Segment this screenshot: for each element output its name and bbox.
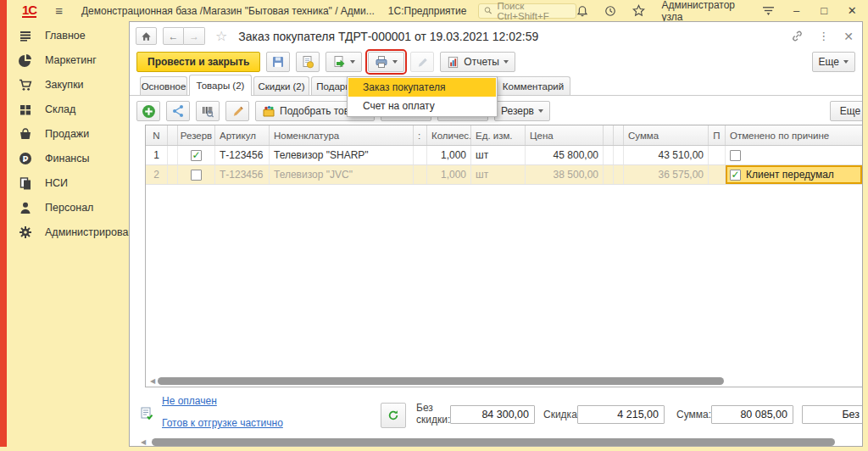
add-to-favorites-icon[interactable]: ☆ — [215, 28, 227, 44]
barcode-scan-button[interactable] — [196, 101, 220, 121]
cell-article[interactable]: Т-123456 — [215, 165, 270, 184]
sidebar-item-administrirovanie[interactable]: Администрирование — [7, 220, 129, 244]
cell-reserve[interactable] — [178, 146, 215, 164]
cell-cancel-reason-selected[interactable]: Клиент передумал — [726, 165, 862, 184]
sidebar-item-prodazhi[interactable]: Продажи — [7, 121, 129, 146]
without-discount-field[interactable]: 84 300,00 — [450, 405, 535, 424]
add-row-button[interactable] — [136, 101, 160, 121]
post-document-button[interactable] — [296, 52, 320, 72]
col-header-sum[interactable]: Сумма — [624, 125, 709, 145]
forward-button[interactable]: → — [184, 27, 205, 45]
sidebar-item-glavnoe[interactable]: Главное — [7, 23, 129, 47]
cell-p[interactable] — [709, 146, 726, 164]
col-header-p[interactable]: П — [709, 125, 726, 145]
cancel-checkbox-unchecked[interactable] — [730, 150, 741, 161]
cell-price[interactable]: 38 500,00 — [526, 165, 604, 184]
cell-blank[interactable] — [614, 165, 624, 184]
col-header-blank3[interactable] — [614, 125, 624, 145]
table-horizontal-scrollbar[interactable]: ◀ — [147, 376, 860, 386]
reserve-checkbox-unchecked[interactable] — [191, 170, 202, 181]
col-header-cancelled[interactable]: Отменено по причине — [726, 125, 862, 145]
favorites-star-icon[interactable] — [632, 4, 645, 18]
cell-qty[interactable]: 1,000 — [427, 146, 471, 164]
close-window-button[interactable]: ✕ — [846, 4, 858, 17]
main-menu-icon[interactable]: ≡ — [55, 3, 63, 18]
menu-item-schet-na-oplatu[interactable]: Счет на оплату — [348, 97, 496, 115]
cell-blank[interactable] — [604, 165, 614, 184]
cell-char[interactable] — [414, 165, 427, 184]
sidebar-item-nsi[interactable]: НСИ — [7, 170, 129, 195]
cell-nomenclature[interactable]: Телевизор "SHARP" — [270, 146, 414, 164]
col-header-num[interactable]: N — [146, 125, 168, 145]
cell-sum[interactable]: 43 510,00 — [624, 146, 709, 164]
back-button[interactable]: ← — [163, 27, 184, 45]
cell-num[interactable]: 1 — [146, 146, 168, 164]
save-button[interactable] — [266, 52, 290, 72]
cancel-checkbox-checked[interactable] — [730, 170, 741, 181]
sidebar-item-personal[interactable]: Персонал — [7, 195, 129, 220]
sidebar-item-marketing[interactable]: Маркетинг — [7, 47, 129, 72]
sidebar-item-zakupki[interactable]: Закупки — [7, 72, 129, 97]
print-button[interactable] — [368, 52, 404, 72]
menu-item-zakaz-pokupatelya[interactable]: Заказ покупателя — [348, 78, 496, 97]
table-scroll-thumb[interactable] — [158, 377, 724, 385]
cell-p[interactable] — [709, 165, 726, 184]
vat-field[interactable]: Без НДС — [802, 405, 863, 424]
cell-char[interactable] — [414, 146, 427, 164]
more-actions-kebab-icon[interactable]: ⋮ — [818, 30, 829, 42]
cell-nomenclature[interactable]: Телевизор "JVC" — [270, 165, 414, 184]
sidebar-item-finansy[interactable]: Р Финансы — [7, 146, 129, 170]
minimize-button[interactable]: – — [791, 4, 803, 17]
tab-kommentariy[interactable]: Комментарий — [496, 76, 570, 95]
cell-reserve[interactable] — [178, 165, 215, 184]
table-row-1[interactable]: 1 Т-123456 Телевизор "SHARP" 1,000 шт 45… — [146, 146, 862, 165]
shipping-status-link[interactable]: Готов к отгрузке частично — [162, 417, 283, 429]
cell-blank[interactable] — [168, 146, 178, 164]
payment-status-link[interactable]: Не оплачен — [162, 395, 217, 407]
current-user[interactable]: Администратор узла — [661, 0, 745, 23]
cell-num[interactable]: 2 — [146, 165, 168, 184]
history-icon[interactable] — [604, 4, 616, 18]
col-header-nomenclature[interactable]: Номенклатура — [270, 125, 414, 145]
reserve-button[interactable]: Резерв — [494, 101, 550, 121]
cell-unit[interactable]: шт — [471, 146, 526, 164]
col-header-qty[interactable]: Количес... — [427, 125, 471, 145]
structure-button[interactable] — [166, 101, 190, 121]
cell-cancel-reason[interactable] — [726, 146, 862, 164]
notifications-bell-icon[interactable] — [576, 4, 588, 18]
cell-price[interactable]: 45 800,00 — [526, 146, 604, 164]
post-and-close-button[interactable]: Провести и закрыть — [136, 52, 260, 72]
search-input[interactable]: Поиск Ctrl+Shift+F — [478, 3, 576, 19]
tab-skidki[interactable]: Скидки (2) — [253, 76, 309, 95]
cell-sum[interactable]: 36 575,00 — [624, 165, 709, 184]
home-button[interactable] — [136, 27, 157, 45]
reserve-checkbox-checked[interactable] — [191, 150, 202, 161]
scroll-left-icon[interactable]: ◀ — [138, 438, 148, 446]
refresh-button[interactable] — [381, 403, 406, 428]
table-row-2-cancelled[interactable]: 2 Т-123456 Телевизор "JVC" 1,000 шт 38 5… — [146, 165, 862, 185]
col-header-reserve[interactable]: Резерв — [178, 125, 215, 145]
items-more-button[interactable]: Еще — [830, 101, 863, 121]
close-form-icon[interactable]: ✕ — [843, 30, 854, 43]
cell-blank[interactable] — [604, 146, 614, 164]
cell-blank[interactable] — [168, 165, 178, 184]
cell-unit[interactable]: шт — [471, 165, 526, 184]
col-header-blank1[interactable] — [168, 125, 178, 145]
service-settings-icon[interactable] — [762, 4, 775, 18]
total-field[interactable]: 80 085,00 — [711, 405, 793, 424]
sidebar-item-sklad[interactable]: Склад — [7, 97, 129, 121]
cell-blank[interactable] — [614, 146, 624, 164]
col-header-unit[interactable]: Ед. изм. — [471, 125, 526, 145]
col-header-article[interactable]: Артикул — [215, 125, 270, 145]
col-header-blank2[interactable] — [604, 125, 614, 145]
reports-button[interactable]: Отчеты — [440, 52, 515, 72]
form-scroll-thumb[interactable] — [152, 438, 835, 446]
tab-osnovnoe[interactable]: Основное — [140, 76, 187, 95]
form-more-button[interactable]: Еще — [812, 52, 855, 72]
maximize-button[interactable]: □ — [818, 4, 830, 17]
scroll-left-icon[interactable]: ◀ — [147, 377, 158, 385]
col-header-price[interactable]: Цена — [526, 125, 604, 145]
get-link-icon[interactable] — [791, 30, 804, 42]
discount-field[interactable]: 4 215,00 — [577, 405, 665, 424]
tab-tovary[interactable]: Товары (2) — [189, 75, 252, 96]
